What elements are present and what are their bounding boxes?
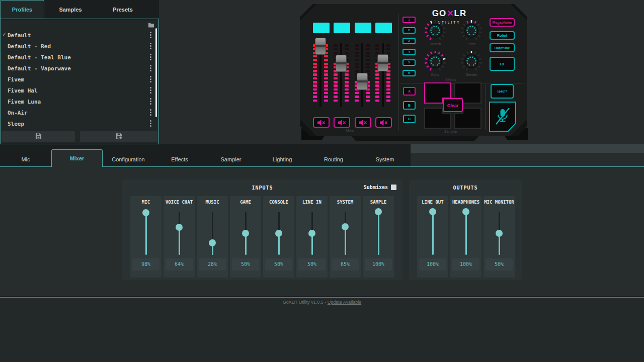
tab-presets[interactable]: Presets (97, 0, 149, 19)
effect-preset-5[interactable]: 5 (403, 59, 416, 66)
save-profile-as-button[interactable] (80, 131, 157, 142)
profile-row[interactable]: Fivem Luna (1, 96, 158, 107)
profile-name: Sleep (8, 121, 24, 127)
profile-actions (1, 131, 158, 142)
slider-thumb[interactable] (308, 230, 315, 237)
tab-mixer[interactable]: Mixer (51, 149, 103, 167)
knob-echo[interactable] (424, 50, 447, 73)
slider-thumb[interactable] (275, 230, 282, 237)
meter-led (324, 73, 328, 76)
profile-row[interactable]: Default - Teal Blue (1, 52, 158, 63)
swear-button[interactable]: !@#$?* (491, 84, 514, 99)
meter-led (345, 92, 349, 95)
volume-value: 65% (332, 258, 359, 270)
fader-handle[interactable] (377, 54, 388, 71)
meter-led (345, 73, 349, 76)
profile-menu-icon[interactable] (150, 123, 151, 124)
effect-preset-1[interactable]: 1 (403, 17, 416, 23)
version-text: GoXLR Utility v1.0.5 - (283, 300, 328, 305)
volume-slider (417, 206, 448, 257)
profile-row[interactable]: Default - Vaporwave (1, 63, 158, 74)
effect-preset-6[interactable]: 6 (403, 70, 416, 76)
tab-system[interactable]: System (359, 152, 411, 166)
channel-mute-button[interactable] (313, 117, 330, 128)
meter-led (355, 100, 359, 102)
submixes-checkbox[interactable] (391, 185, 396, 190)
meter-led (375, 84, 379, 87)
slider-thumb[interactable] (209, 239, 216, 246)
profile-row[interactable]: Sleep (1, 118, 158, 129)
meter-led (355, 70, 359, 72)
tab-mic[interactable]: Mic (0, 152, 51, 166)
profile-row[interactable]: On-Air (1, 107, 158, 118)
slider-thumb[interactable] (429, 208, 436, 215)
volume-slider (130, 206, 162, 257)
profile-row[interactable]: Fivem Hal (1, 85, 158, 96)
knob-reverb[interactable] (424, 19, 447, 42)
meter-led (334, 48, 338, 50)
profile-menu-icon[interactable] (150, 112, 151, 113)
hardtune-button[interactable]: Hardtune (490, 43, 515, 52)
profile-name: Fivem Hal (8, 87, 38, 94)
slider-thumb[interactable] (176, 224, 183, 231)
meter-led (334, 81, 338, 83)
mic-mute-button[interactable] (489, 102, 516, 134)
sampler-bank-c[interactable]: C (403, 115, 416, 123)
profile-row[interactable]: Fivem (1, 74, 158, 85)
meter-led (375, 73, 379, 76)
slider-thumb[interactable] (242, 230, 249, 237)
save-profile-button[interactable] (2, 131, 75, 142)
tab-lighting[interactable]: Lighting (257, 152, 308, 166)
tab-samples[interactable]: Samples (44, 0, 97, 19)
tab-sampler[interactable]: Sampler (205, 152, 257, 166)
fx-button[interactable]: FX (490, 57, 515, 71)
open-profiles-folder-icon[interactable] (148, 21, 154, 30)
sampler-bank-b[interactable]: B (403, 101, 416, 110)
tab-effects[interactable]: Effects (154, 152, 205, 166)
slider-thumb[interactable] (342, 223, 349, 230)
slider-thumb[interactable] (496, 230, 503, 237)
meter-led (366, 44, 370, 47)
profile-menu-icon[interactable] (150, 101, 151, 102)
effect-preset-4[interactable]: 4 (403, 49, 416, 55)
meter-led (386, 73, 390, 76)
slider-thumb[interactable] (462, 208, 469, 215)
meter-led (313, 59, 317, 61)
profile-menu-icon[interactable] (150, 89, 151, 91)
tab-configuration[interactable]: Configuration (103, 152, 154, 166)
fader-handle[interactable] (336, 55, 347, 72)
mixer-channel-music: MUSIC28% (197, 196, 228, 278)
profile-menu-icon[interactable] (150, 45, 151, 47)
tab-profiles[interactable]: Profiles (0, 0, 44, 19)
profile-menu-icon[interactable] (150, 56, 151, 58)
channel-label: MIC (142, 200, 150, 206)
channel-mute-button[interactable] (375, 117, 392, 128)
tab-routing[interactable]: Routing (308, 152, 359, 166)
update-available-link[interactable]: Update Available (328, 300, 361, 305)
profile-row[interactable]: ✓Default (1, 30, 158, 41)
profile-menu-icon[interactable] (150, 67, 151, 69)
profile-menu-icon[interactable] (150, 34, 151, 36)
slider-thumb[interactable] (375, 208, 382, 215)
megaphone-button[interactable]: Megaphone (490, 18, 515, 27)
robot-button[interactable]: Robot (490, 31, 515, 40)
effect-preset-3[interactable]: 3 (403, 38, 416, 44)
meter-led (334, 88, 338, 91)
profile-name: Default - Teal Blue (8, 54, 71, 61)
channel-mute-button[interactable] (355, 117, 371, 128)
profile-row[interactable]: Default - Red (1, 41, 158, 52)
effect-preset-2[interactable]: 2 (403, 27, 416, 34)
sampler-bank-a[interactable]: A (403, 87, 416, 96)
profiles-scrollbar[interactable] (155, 28, 157, 117)
fader-handle[interactable] (357, 73, 368, 90)
fader-handle[interactable] (315, 38, 326, 55)
meter-led (366, 100, 370, 102)
channel-label: CONSOLE (269, 200, 288, 206)
knob-gender[interactable] (460, 50, 483, 73)
slider-thumb[interactable] (142, 209, 149, 216)
knob-pitch[interactable] (460, 19, 483, 42)
channel-mute-button[interactable] (334, 117, 350, 128)
volume-value: 100% (365, 258, 392, 270)
profile-menu-icon[interactable] (150, 78, 151, 80)
speaker-mute-icon (359, 119, 368, 126)
